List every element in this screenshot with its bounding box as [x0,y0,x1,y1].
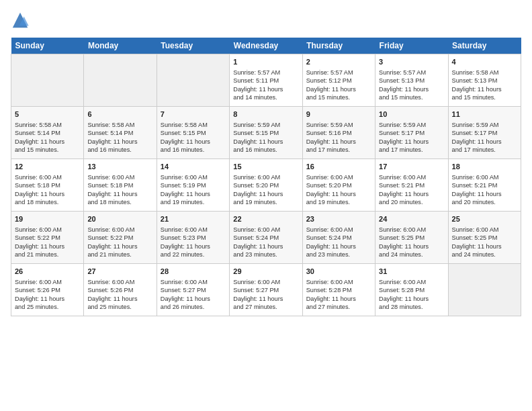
calendar-cell: 27Sunrise: 6:00 AM Sunset: 5:26 PM Dayli… [84,264,157,316]
day-number: 23 [306,214,371,224]
day-number: 6 [87,109,152,120]
week-row-1: 1Sunrise: 5:57 AM Sunset: 5:11 PM Daylig… [11,54,521,107]
day-number: 24 [379,214,444,224]
day-number: 8 [233,109,298,120]
day-number: 25 [452,214,517,224]
logo-icon [11,11,30,30]
calendar-cell [157,54,229,107]
calendar-cell: 15Sunrise: 6:00 AM Sunset: 5:20 PM Dayli… [230,159,302,212]
day-info: Sunrise: 6:00 AM Sunset: 5:18 PM Dayligh… [87,173,152,207]
calendar-cell: 8Sunrise: 5:59 AM Sunset: 5:15 PM Daylig… [230,107,302,159]
day-info: Sunrise: 6:00 AM Sunset: 5:18 PM Dayligh… [15,173,80,207]
day-number: 21 [161,214,226,224]
calendar-cell: 21Sunrise: 6:00 AM Sunset: 5:23 PM Dayli… [157,212,229,264]
page-container: SundayMondayTuesdayWednesdayThursdayFrid… [0,0,532,322]
day-info: Sunrise: 5:59 AM Sunset: 5:17 PM Dayligh… [452,121,517,154]
week-row-2: 5Sunrise: 5:58 AM Sunset: 5:14 PM Daylig… [11,107,521,159]
calendar-cell: 13Sunrise: 6:00 AM Sunset: 5:18 PM Dayli… [84,159,157,212]
day-number: 28 [161,267,226,277]
day-info: Sunrise: 6:00 AM Sunset: 5:24 PM Dayligh… [306,226,371,259]
day-number: 17 [379,162,444,172]
day-number: 19 [15,214,80,224]
calendar-cell: 25Sunrise: 6:00 AM Sunset: 5:25 PM Dayli… [448,212,521,264]
calendar-cell: 30Sunrise: 6:00 AM Sunset: 5:28 PM Dayli… [302,264,375,316]
calendar-cell: 14Sunrise: 6:00 AM Sunset: 5:19 PM Dayli… [157,159,229,212]
calendar-cell: 7Sunrise: 5:58 AM Sunset: 5:15 PM Daylig… [157,107,229,159]
day-info: Sunrise: 6:00 AM Sunset: 5:23 PM Dayligh… [161,226,226,259]
calendar-cell: 31Sunrise: 6:00 AM Sunset: 5:28 PM Dayli… [375,264,448,316]
week-row-4: 19Sunrise: 6:00 AM Sunset: 5:22 PM Dayli… [11,212,521,264]
day-number: 13 [87,162,152,172]
day-info: Sunrise: 5:58 AM Sunset: 5:15 PM Dayligh… [161,121,226,154]
calendar-cell: 17Sunrise: 6:00 AM Sunset: 5:21 PM Dayli… [375,159,448,212]
day-number: 30 [306,267,371,277]
calendar-cell [11,54,84,107]
calendar-cell: 28Sunrise: 6:00 AM Sunset: 5:27 PM Dayli… [157,264,229,316]
day-info: Sunrise: 6:00 AM Sunset: 5:20 PM Dayligh… [233,173,298,207]
logo [11,11,32,30]
calendar-cell: 29Sunrise: 6:00 AM Sunset: 5:27 PM Dayli… [230,264,302,316]
day-info: Sunrise: 5:58 AM Sunset: 5:14 PM Dayligh… [87,121,152,154]
day-info: Sunrise: 6:00 AM Sunset: 5:21 PM Dayligh… [452,173,517,207]
day-number: 31 [379,267,444,277]
calendar-cell: 20Sunrise: 6:00 AM Sunset: 5:22 PM Dayli… [84,212,157,264]
weekday-header-thursday: Thursday [302,38,375,54]
day-info: Sunrise: 6:00 AM Sunset: 5:22 PM Dayligh… [15,226,80,259]
day-number: 11 [452,109,517,120]
day-number: 22 [233,214,298,224]
calendar-cell: 22Sunrise: 6:00 AM Sunset: 5:24 PM Dayli… [230,212,302,264]
day-number: 20 [87,214,152,224]
day-number: 15 [233,162,298,172]
day-number: 2 [306,57,371,67]
day-number: 9 [306,109,371,120]
weekday-header-friday: Friday [375,38,448,54]
day-number: 12 [15,162,80,172]
day-info: Sunrise: 6:00 AM Sunset: 5:20 PM Dayligh… [306,173,371,207]
weekday-header-wednesday: Wednesday [230,38,302,54]
calendar-cell: 11Sunrise: 5:59 AM Sunset: 5:17 PM Dayli… [448,107,521,159]
day-info: Sunrise: 5:57 AM Sunset: 5:11 PM Dayligh… [233,68,298,102]
day-info: Sunrise: 6:00 AM Sunset: 5:26 PM Dayligh… [87,278,152,312]
weekday-header-sunday: Sunday [11,38,84,54]
weekday-header-row: SundayMondayTuesdayWednesdayThursdayFrid… [11,38,521,54]
calendar-cell: 4Sunrise: 5:58 AM Sunset: 5:13 PM Daylig… [448,54,521,107]
day-number: 26 [15,267,80,277]
day-number: 10 [379,109,444,120]
week-row-5: 26Sunrise: 6:00 AM Sunset: 5:26 PM Dayli… [11,264,521,316]
day-info: Sunrise: 5:59 AM Sunset: 5:17 PM Dayligh… [379,121,444,154]
day-info: Sunrise: 5:59 AM Sunset: 5:15 PM Dayligh… [233,121,298,154]
day-number: 18 [452,162,517,172]
day-number: 3 [379,57,444,67]
day-info: Sunrise: 5:58 AM Sunset: 5:14 PM Dayligh… [15,121,80,154]
day-number: 14 [161,162,226,172]
weekday-header-saturday: Saturday [448,38,521,54]
day-info: Sunrise: 6:00 AM Sunset: 5:26 PM Dayligh… [15,278,80,312]
calendar-cell: 2Sunrise: 5:57 AM Sunset: 5:12 PM Daylig… [302,54,375,107]
calendar-cell: 3Sunrise: 5:57 AM Sunset: 5:13 PM Daylig… [375,54,448,107]
calendar-cell: 23Sunrise: 6:00 AM Sunset: 5:24 PM Dayli… [302,212,375,264]
day-info: Sunrise: 6:00 AM Sunset: 5:25 PM Dayligh… [379,226,444,259]
calendar-cell: 24Sunrise: 6:00 AM Sunset: 5:25 PM Dayli… [375,212,448,264]
day-info: Sunrise: 5:57 AM Sunset: 5:13 PM Dayligh… [379,68,444,102]
calendar-cell: 26Sunrise: 6:00 AM Sunset: 5:26 PM Dayli… [11,264,84,316]
calendar-cell: 9Sunrise: 5:59 AM Sunset: 5:16 PM Daylig… [302,107,375,159]
calendar-cell: 18Sunrise: 6:00 AM Sunset: 5:21 PM Dayli… [448,159,521,212]
calendar-cell: 5Sunrise: 5:58 AM Sunset: 5:14 PM Daylig… [11,107,84,159]
day-info: Sunrise: 6:00 AM Sunset: 5:22 PM Dayligh… [87,226,152,259]
day-info: Sunrise: 6:00 AM Sunset: 5:19 PM Dayligh… [161,173,226,207]
day-number: 7 [161,109,226,120]
day-info: Sunrise: 6:00 AM Sunset: 5:27 PM Dayligh… [161,278,226,312]
week-row-3: 12Sunrise: 6:00 AM Sunset: 5:18 PM Dayli… [11,159,521,212]
day-info: Sunrise: 6:00 AM Sunset: 5:28 PM Dayligh… [379,278,444,312]
day-info: Sunrise: 5:58 AM Sunset: 5:13 PM Dayligh… [452,68,517,102]
calendar-cell: 12Sunrise: 6:00 AM Sunset: 5:18 PM Dayli… [11,159,84,212]
calendar-cell: 16Sunrise: 6:00 AM Sunset: 5:20 PM Dayli… [302,159,375,212]
day-info: Sunrise: 6:00 AM Sunset: 5:28 PM Dayligh… [306,278,371,312]
calendar-cell: 6Sunrise: 5:58 AM Sunset: 5:14 PM Daylig… [84,107,157,159]
calendar-cell: 10Sunrise: 5:59 AM Sunset: 5:17 PM Dayli… [375,107,448,159]
page-header [11,11,521,30]
day-number: 16 [306,162,371,172]
day-number: 27 [87,267,152,277]
day-info: Sunrise: 6:00 AM Sunset: 5:27 PM Dayligh… [233,278,298,312]
weekday-header-tuesday: Tuesday [157,38,229,54]
